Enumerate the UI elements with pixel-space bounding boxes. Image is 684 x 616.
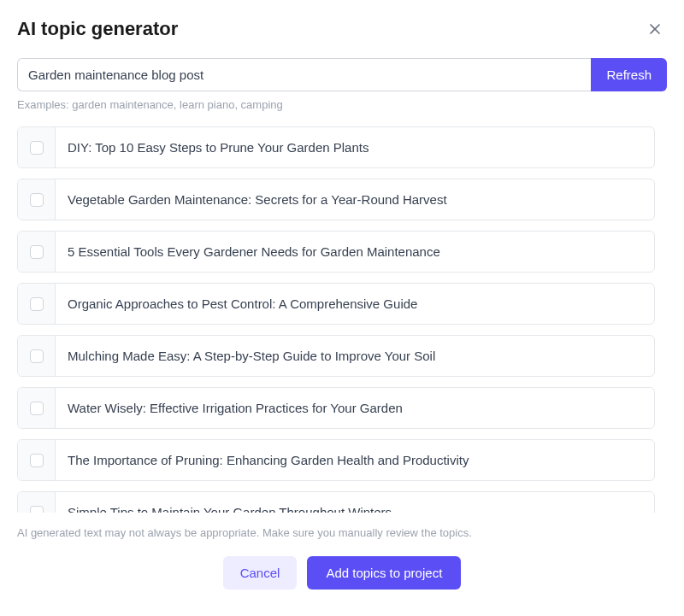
close-button[interactable] (643, 17, 667, 41)
dialog-header: AI topic generator (17, 17, 667, 41)
checkbox-cell (18, 232, 56, 272)
topic-checkbox[interactable] (30, 454, 44, 467)
topic-checkbox[interactable] (30, 506, 44, 513)
topic-checkbox[interactable] (30, 141, 44, 155)
examples-hint: Examples: garden maintenance, learn pian… (17, 98, 667, 111)
topic-text: 5 Essential Tools Every Gardener Needs f… (56, 232, 654, 272)
topic-checkbox[interactable] (30, 245, 44, 259)
topic-item[interactable]: The Importance of Pruning: Enhancing Gar… (17, 439, 655, 481)
checkbox-cell (18, 179, 56, 220)
topic-item[interactable]: 5 Essential Tools Every Gardener Needs f… (17, 231, 655, 273)
dialog-footer: Cancel Add topics to project (17, 556, 667, 590)
checkbox-cell (18, 388, 56, 428)
topic-text: Organic Approaches to Pest Control: A Co… (56, 284, 654, 324)
input-row: Refresh (17, 58, 667, 91)
topic-text: Simple Tips to Maintain Your Garden Thro… (56, 492, 654, 513)
topic-list-wrapper: DIY: Top 10 Easy Steps to Prune Your Gar… (17, 126, 667, 513)
topic-item[interactable]: Water Wisely: Effective Irrigation Pract… (17, 387, 655, 429)
topic-text: DIY: Top 10 Easy Steps to Prune Your Gar… (56, 127, 654, 167)
topic-item[interactable]: DIY: Top 10 Easy Steps to Prune Your Gar… (17, 126, 655, 168)
cancel-button[interactable]: Cancel (223, 556, 298, 590)
checkbox-cell (18, 336, 56, 376)
disclaimer-text: AI generated text may not always be appr… (17, 526, 667, 539)
checkbox-cell (18, 284, 56, 324)
topic-checkbox[interactable] (30, 402, 44, 415)
topic-item[interactable]: Vegetable Garden Maintenance: Secrets fo… (17, 179, 655, 220)
topic-text: The Importance of Pruning: Enhancing Gar… (56, 440, 654, 480)
checkbox-cell (18, 127, 56, 167)
topic-item[interactable]: Mulching Made Easy: A Step-by-Step Guide… (17, 335, 655, 377)
add-topics-button[interactable]: Add topics to project (307, 556, 461, 590)
topic-list[interactable]: DIY: Top 10 Easy Steps to Prune Your Gar… (17, 126, 667, 513)
topic-item[interactable]: Organic Approaches to Pest Control: A Co… (17, 283, 655, 325)
topic-text: Vegetable Garden Maintenance: Secrets fo… (56, 179, 654, 220)
topic-text: Mulching Made Easy: A Step-by-Step Guide… (56, 336, 654, 376)
refresh-button[interactable]: Refresh (591, 58, 667, 91)
checkbox-cell (18, 440, 56, 480)
checkbox-cell (18, 492, 56, 513)
topic-input[interactable] (17, 58, 591, 91)
topic-checkbox[interactable] (30, 349, 44, 363)
close-icon (646, 21, 663, 38)
topic-item[interactable]: Simple Tips to Maintain Your Garden Thro… (17, 491, 655, 513)
topic-checkbox[interactable] (30, 193, 44, 207)
topic-checkbox[interactable] (30, 297, 44, 311)
dialog-title: AI topic generator (17, 18, 178, 40)
topic-text: Water Wisely: Effective Irrigation Pract… (56, 388, 654, 428)
